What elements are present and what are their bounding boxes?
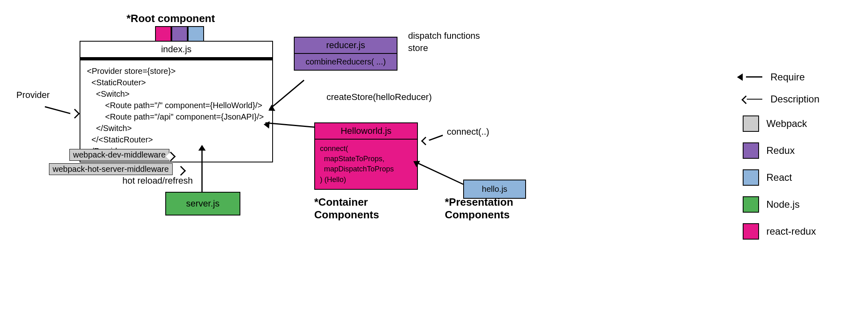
legend-webpack-label: Webpack xyxy=(766,118,807,129)
legend-description-label: Description xyxy=(770,93,819,105)
server-box: server.js xyxy=(165,192,240,215)
legend-require: Require xyxy=(743,71,819,83)
legend-node: Node.js xyxy=(743,196,819,213)
annotation-store: store xyxy=(408,43,428,53)
heading-root-component: *Root component xyxy=(127,12,215,25)
legend-react: React xyxy=(743,169,819,186)
arrow-open-head-icon xyxy=(176,166,186,175)
reducer-box-body: combineReducers( ...) xyxy=(295,54,397,70)
arrow-open-icon xyxy=(741,95,750,104)
heading-presentation-components: *Presentation Components xyxy=(445,196,513,221)
arrow-open-head-icon xyxy=(421,137,430,145)
legend-react-redux-label: react-redux xyxy=(766,226,816,237)
index-color-tags xyxy=(155,26,204,42)
helloworld-container-body: connect( mapStateToProps, mapDispatchToP… xyxy=(315,140,417,189)
hello-presentation-title: hello.js xyxy=(482,184,507,193)
legend-redux-label: Redux xyxy=(766,145,795,156)
annotation-hot-reload: hot reload/refresh xyxy=(122,175,193,186)
tag-react-redux xyxy=(155,26,171,42)
reducer-box: reducer.js combineReducers( ...) xyxy=(294,37,397,71)
index-box-code: <Provider store={store}> <StaticRouter> … xyxy=(80,60,272,162)
legend-webpack: Webpack xyxy=(743,115,819,132)
annotation-dispatch-functions: dispatch functions xyxy=(408,31,480,41)
heading-container-components: *Container Components xyxy=(314,196,379,221)
legend-redux: Redux xyxy=(743,142,819,159)
reducer-box-title: reducer.js xyxy=(295,38,397,54)
index-box: index.js <Provider store={store}> <Stati… xyxy=(80,41,273,162)
arrow-open-head-icon xyxy=(70,109,80,118)
server-box-title: server.js xyxy=(186,198,220,209)
swatch-webpack xyxy=(743,115,759,132)
tag-react xyxy=(188,26,204,42)
swatch-react xyxy=(743,169,759,186)
annotation-provider: Provider xyxy=(16,90,50,100)
legend-react-label: React xyxy=(766,172,792,183)
legend-require-label: Require xyxy=(770,71,805,83)
legend-node-label: Node.js xyxy=(766,199,799,210)
annotation-createstore: createStore(helloReducer) xyxy=(326,92,432,102)
index-box-title: index.js xyxy=(80,42,272,58)
legend-description: Description xyxy=(743,93,819,105)
swatch-node xyxy=(743,196,759,213)
legend: Require Description Webpack Redux React … xyxy=(743,71,819,250)
pill-webpack-hot-server-middleware: webpack-hot-server-middleware xyxy=(49,163,173,175)
arrow-solid-icon xyxy=(737,73,743,81)
swatch-react-redux xyxy=(743,223,759,240)
swatch-redux xyxy=(743,142,759,159)
helloworld-container-title: Helloworld.js xyxy=(315,123,417,140)
helloworld-container-box: Helloworld.js connect( mapStateToProps, … xyxy=(314,122,418,190)
pill-webpack-dev-middleware: webpack-dev-middleware xyxy=(69,149,169,161)
tag-redux xyxy=(171,26,188,42)
legend-react-redux: react-redux xyxy=(743,223,819,240)
annotation-connect: connect(..) xyxy=(447,127,489,137)
